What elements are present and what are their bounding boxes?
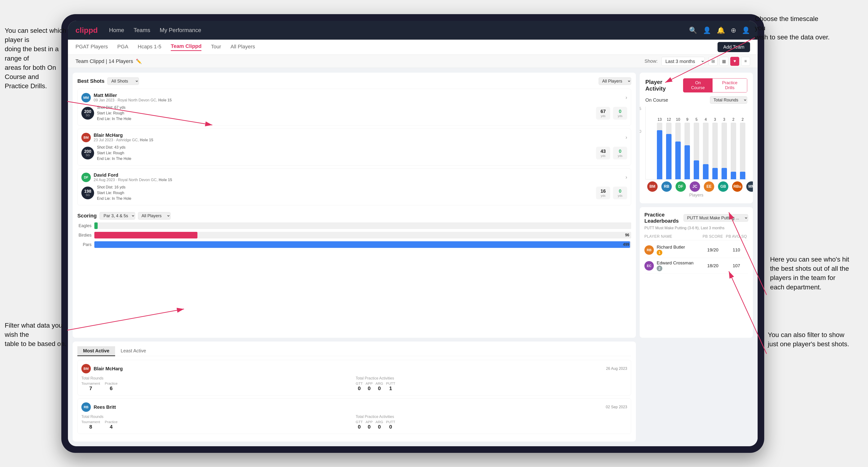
practice-row-stats-2: GTT 0 APP 0 ARG 0	[356, 420, 627, 430]
bar-MM: 3	[721, 106, 727, 179]
bar-chart: 15 10 5 0 13 12	[645, 106, 747, 180]
practice-avatar-rb: RB	[644, 245, 654, 255]
scoring-birdies: Birdies 96	[78, 232, 631, 239]
user-icon[interactable]: 👤	[703, 26, 711, 34]
shot-dist-info-3: Shot Dist: 16 yds Start Lie: Rough End L…	[97, 184, 593, 201]
profile-icon[interactable]: 👤	[742, 26, 750, 34]
view-grid-button[interactable]: ⊞	[709, 57, 717, 66]
shot-player-details-3: 24 Aug 2023 · Royal North Devon GC, Hole…	[94, 178, 625, 182]
bar-BM: 13	[657, 106, 662, 179]
view-cards-button[interactable]: ▦	[719, 57, 728, 66]
pars-fill	[94, 241, 630, 248]
player-avatar-GB[interactable]: GB	[718, 181, 728, 192]
tab-hcaps[interactable]: Hcaps 1-5	[138, 44, 161, 51]
stat-pill-zero-1: 0 yds	[613, 107, 627, 120]
arg-2: ARG 0	[375, 420, 383, 430]
show-dropdown[interactable]: Last 3 months Last month Last 6 months L…	[661, 57, 705, 66]
bar-EE: 5	[694, 106, 699, 179]
active-player-card-1: BM Blair McHarg 26 Aug 2023 Total Rounds…	[78, 360, 631, 396]
add-team-button[interactable]: Add Team	[717, 42, 750, 52]
tab-pgat-players[interactable]: PGAT Players	[75, 44, 108, 51]
tab-team-clippd[interactable]: Team Clippd	[171, 43, 202, 51]
shot-card-matt-miller[interactable]: MM Matt Miller 09 Jan 2023 · Royal North…	[78, 89, 631, 126]
most-active-panel: Most Active Least Active BM Blair McHarg…	[73, 342, 636, 441]
player-avatars-row: BM RB DF JC EE GB RBu MM EC LR	[645, 180, 747, 192]
practice-player-name-2: Edward Crossman	[657, 260, 693, 266]
player-avatar-RBu[interactable]: RBu	[732, 181, 743, 192]
active-rounds-1: Total Rounds Tournament 7 Practice 6	[81, 376, 353, 392]
sub-tabs: PGAT Players PGA Hcaps 1-5 Team Clippd T…	[68, 40, 757, 55]
rank-badge-1: 1	[657, 250, 662, 255]
total-practice-label-1: Total Practice Activities	[356, 376, 627, 380]
tab-all-players[interactable]: All Players	[230, 44, 255, 51]
practice-avatar-ec: EC	[644, 261, 654, 271]
nav-home[interactable]: Home	[109, 27, 124, 33]
player-activity-title: Player Activity	[645, 79, 683, 92]
col-pb-avg: PB AVG SQ	[724, 235, 748, 239]
birdies-label: Birdies	[78, 233, 92, 238]
scoring-players-dropdown[interactable]: All Players	[138, 212, 170, 220]
player-avatar-RB[interactable]: RB	[661, 181, 672, 192]
shot-card-david-ford[interactable]: DF David Ford 24 Aug 2023 · Royal North …	[78, 168, 631, 206]
player-avatar-DF[interactable]: DF	[676, 181, 686, 192]
chart-area: 15 10 5 0 13 12	[645, 106, 747, 198]
player-avatar-EE[interactable]: EE	[704, 181, 714, 192]
player-avatar-JC[interactable]: JC	[690, 181, 700, 192]
app-2: APP 0	[366, 420, 373, 430]
active-practice-1: Total Practice Activities GTT 0 APP 0	[356, 376, 627, 392]
stat-pill-yds-2: 43 yds	[596, 147, 610, 159]
putt-1: PUTT 1	[386, 381, 395, 392]
x-axis-label: Players	[645, 193, 747, 198]
active-stats-1: Total Rounds Tournament 7 Practice 6	[81, 376, 627, 392]
practice-table-header: PLAYER NAME PB SCORE PB AVG SQ	[644, 233, 748, 240]
on-course-toggle[interactable]: On Course	[683, 79, 713, 92]
player-activity-header: Player Activity On Course Practice Drill…	[645, 78, 747, 92]
chart-metric-dropdown[interactable]: Total Rounds Fairways Hit GIR	[710, 96, 747, 104]
shot-stats-1: 200 SG Shot Dist: 67 yds Start Lie: Roug…	[81, 105, 627, 122]
annotation-right-bottom: You can also filter to showjust one play…	[768, 330, 849, 349]
edit-icon[interactable]: ✏️	[136, 59, 142, 64]
chevron-right-icon-1: ›	[625, 95, 627, 101]
practice-player-details-2: Edward Crossman 2	[657, 260, 693, 271]
tab-pga[interactable]: PGA	[117, 44, 128, 51]
shot-avatar-mm: MM	[81, 93, 91, 102]
shots-filter-dropdown[interactable]: All Shots Best Shots	[107, 77, 139, 85]
active-avatar-rb: RB	[81, 402, 91, 412]
add-icon[interactable]: ⊕	[731, 26, 736, 34]
bar-EC: 2	[731, 106, 736, 179]
stat-pill-yds-1: 67 yds	[596, 107, 610, 120]
notification-icon[interactable]: 🔔	[717, 26, 725, 34]
shot-stats-3: 198 SG Shot Dist: 16 yds Start Lie: Roug…	[81, 184, 627, 201]
practice-drills-toggle[interactable]: Practice Drills	[713, 79, 747, 92]
search-icon[interactable]: 🔍	[689, 26, 697, 34]
active-player-header-2: RB Rees Britt 02 Sep 2023	[81, 402, 627, 412]
birdies-fill	[94, 232, 197, 239]
all-players-dropdown[interactable]: All Players	[599, 77, 631, 85]
view-list-button[interactable]: ≡	[741, 57, 750, 66]
scoring-section: Scoring Par 3, 4 & 5s All Players Eagles	[78, 212, 631, 333]
tab-least-active[interactable]: Least Active	[115, 346, 152, 356]
player-avatar-MM[interactable]: MM	[746, 181, 753, 192]
scoring-par-dropdown[interactable]: Par 3, 4 & 5s	[99, 212, 135, 220]
pars-bar: 499	[94, 241, 631, 248]
annotation-top-right: Choose the timescale youwish to see the …	[755, 14, 830, 42]
practice-row-1: RB Richard Butler 1 19/20 110	[644, 242, 748, 258]
shot-badge-3: 198 SG	[81, 187, 94, 199]
view-heart-button[interactable]: ♥	[730, 57, 739, 66]
total-practice-label-2: Total Practice Activities	[356, 415, 627, 419]
col-pb-score: PB SCORE	[701, 235, 724, 239]
rank-badge-2: 2	[657, 266, 662, 271]
tab-tour[interactable]: Tour	[211, 44, 221, 51]
practice-player-info-1: RB Richard Butler 1	[644, 245, 701, 255]
nav-teams[interactable]: Teams	[133, 27, 150, 33]
player-avatar-BM[interactable]: BM	[647, 181, 658, 192]
nav-my-performance[interactable]: My Performance	[160, 27, 201, 33]
shot-card-blair-mcharg[interactable]: BM Blair McHarg 23 Jul 2023 · Ashridge G…	[78, 129, 631, 165]
shot-player-name-3: David Ford	[94, 173, 625, 178]
tab-most-active[interactable]: Most Active	[78, 346, 115, 356]
chevron-right-icon-3: ›	[625, 174, 627, 181]
rounds-row-1: Tournament 7 Practice 6	[81, 381, 353, 392]
scoring-header: Scoring Par 3, 4 & 5s All Players	[78, 212, 631, 220]
practice-drill-dropdown[interactable]: PUTT Must Make Putting ...	[684, 214, 748, 222]
active-player-name-2: Rees Britt	[94, 404, 116, 410]
